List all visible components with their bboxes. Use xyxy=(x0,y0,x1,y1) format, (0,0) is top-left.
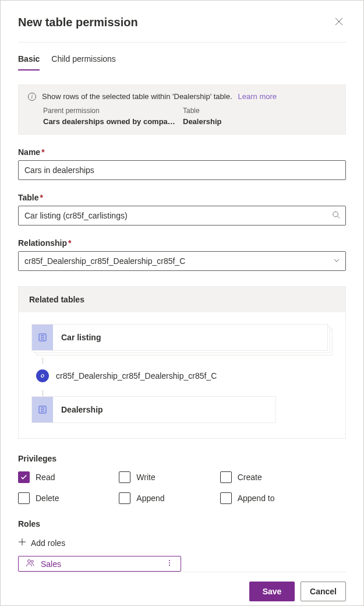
info-col-table: Table Dealership xyxy=(183,107,323,126)
people-icon xyxy=(26,558,35,569)
related-tables-header: Related tables xyxy=(19,287,345,312)
checkbox-icon xyxy=(220,471,232,483)
related-tables-body: Car listing cr85f_Dealership_cr85f_Deale… xyxy=(19,312,345,438)
save-button[interactable]: Save xyxy=(249,582,295,601)
parent-table-label: Table xyxy=(183,107,323,115)
link-icon xyxy=(36,369,49,382)
privilege-append[interactable]: Append xyxy=(119,492,220,504)
role-chip-sales[interactable]: Sales xyxy=(18,556,181,572)
privilege-label: Create xyxy=(238,473,262,482)
svg-point-6 xyxy=(169,562,170,563)
roles-label: Roles xyxy=(18,519,346,529)
privilege-write[interactable]: Write xyxy=(119,471,220,483)
privilege-read[interactable]: Read xyxy=(18,471,119,483)
svg-point-5 xyxy=(169,560,170,561)
add-roles-label: Add roles xyxy=(31,538,65,548)
svg-point-7 xyxy=(169,565,170,566)
tab-basic[interactable]: Basic xyxy=(18,51,40,71)
tab-child-permissions[interactable]: Child permissions xyxy=(51,51,115,71)
tab-list: Basic Child permissions xyxy=(18,51,346,71)
required-marker: * xyxy=(40,193,43,202)
table-input[interactable] xyxy=(18,206,346,226)
entity-card-car-listing: Car listing xyxy=(31,324,328,351)
privilege-label: Append xyxy=(136,494,164,503)
table-label: Table* xyxy=(18,193,346,202)
privilege-delete[interactable]: Delete xyxy=(18,492,119,504)
relationship-label: Relationship* xyxy=(18,238,346,248)
svg-point-3 xyxy=(28,560,31,563)
dialog-panel: New table permission Basic Child permiss… xyxy=(0,0,364,606)
relationship-row: cr85f_Dealership_cr85f_Dealership_cr85f_… xyxy=(36,369,333,382)
privilege-create[interactable]: Create xyxy=(220,471,321,483)
parent-table-value: Dealership xyxy=(183,117,317,126)
close-icon xyxy=(334,19,344,28)
info-icon: i xyxy=(28,93,36,101)
name-input[interactable] xyxy=(18,160,346,180)
dialog-footer: Save Cancel xyxy=(18,572,346,601)
checkbox-icon xyxy=(119,471,130,483)
connector-line xyxy=(43,358,43,364)
plus-icon xyxy=(18,538,26,548)
relationship-select[interactable] xyxy=(18,251,346,271)
info-box: i Show rows of the selected table within… xyxy=(18,84,346,135)
entity-card-stack: Car listing xyxy=(31,324,333,355)
checkbox-icon xyxy=(119,492,130,504)
cancel-button[interactable]: Cancel xyxy=(301,582,346,601)
relationship-input[interactable] xyxy=(18,251,346,271)
svg-point-4 xyxy=(31,561,34,563)
privileges-grid: Read Write Create Delete Append Append t… xyxy=(18,471,321,504)
divider xyxy=(18,42,346,43)
connector-line xyxy=(43,390,43,396)
parent-permission-value: Cars dealerships owned by compa… xyxy=(43,117,177,126)
required-marker: * xyxy=(68,238,71,248)
more-icon[interactable] xyxy=(163,556,176,571)
info-col-parent: Parent permission Cars dealerships owned… xyxy=(43,107,183,126)
privilege-append-to[interactable]: Append to xyxy=(220,492,321,504)
add-roles-button[interactable]: Add roles xyxy=(18,535,346,550)
name-label: Name* xyxy=(18,147,346,157)
info-message-row: i Show rows of the selected table within… xyxy=(28,92,336,101)
entity-label: Car listing xyxy=(61,333,101,342)
privilege-label: Write xyxy=(136,473,155,482)
close-button[interactable] xyxy=(332,15,346,30)
learn-more-link[interactable]: Learn more xyxy=(238,92,277,101)
checkbox-icon xyxy=(18,492,30,504)
privilege-label: Read xyxy=(36,473,55,482)
field-name: Name* xyxy=(18,147,346,180)
entity-label: Dealership xyxy=(61,405,103,414)
relationship-name: cr85f_Dealership_cr85f_Dealership_cr85f_… xyxy=(56,371,217,380)
table-lookup[interactable] xyxy=(18,206,346,226)
checkbox-checked-icon xyxy=(18,471,30,483)
privilege-label: Append to xyxy=(238,494,275,503)
info-columns: Parent permission Cars dealerships owned… xyxy=(43,107,336,126)
entity-card-dealership: Dealership xyxy=(31,396,276,423)
table-icon xyxy=(32,325,53,350)
role-name: Sales xyxy=(41,559,163,569)
info-text: Show rows of the selected table within '… xyxy=(42,92,232,101)
dialog-header: New table permission xyxy=(18,15,346,30)
privileges-label: Privileges xyxy=(18,454,346,463)
privilege-label: Delete xyxy=(36,494,59,503)
field-table: Table* xyxy=(18,193,346,226)
field-relationship: Relationship* xyxy=(18,238,346,271)
dialog-title: New table permission xyxy=(18,16,138,29)
required-marker: * xyxy=(41,147,44,157)
related-tables-box: Related tables Car listing cr85f_Dealers… xyxy=(18,286,346,439)
parent-permission-label: Parent permission xyxy=(43,107,183,115)
checkbox-icon xyxy=(220,492,232,504)
table-icon xyxy=(32,397,53,422)
